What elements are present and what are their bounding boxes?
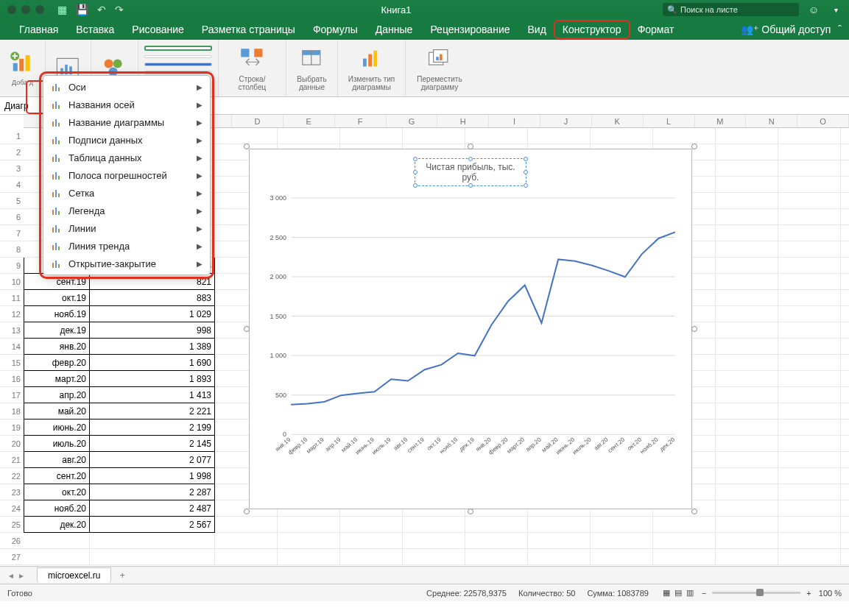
col-header[interactable]: F — [335, 115, 387, 127]
cell[interactable] — [716, 533, 778, 549]
cell[interactable] — [653, 517, 716, 533]
cell[interactable] — [778, 225, 841, 241]
cell[interactable] — [841, 306, 849, 322]
redo-icon[interactable]: ↷ — [115, 4, 124, 15]
cell[interactable]: 1 893 — [90, 371, 215, 387]
row-header[interactable]: 7 — [0, 225, 24, 241]
cell[interactable] — [778, 533, 841, 549]
next-sheet-icon[interactable]: ▸ — [19, 570, 24, 581]
row-header[interactable]: 26 — [0, 533, 24, 549]
row-header[interactable]: 9 — [0, 258, 24, 274]
cell[interactable] — [778, 452, 841, 468]
select-data-button[interactable] — [299, 46, 325, 72]
change-chart-type-button[interactable] — [359, 46, 385, 72]
cell[interactable] — [278, 128, 340, 144]
save-icon[interactable]: ▦ — [57, 4, 67, 15]
cell[interactable] — [716, 128, 778, 144]
col-header[interactable]: I — [489, 115, 540, 127]
cell[interactable] — [841, 160, 849, 177]
cell[interactable] — [841, 533, 849, 549]
cell[interactable] — [716, 484, 778, 500]
menu-item-axes[interactable]: Оси▶ — [43, 78, 210, 96]
cell[interactable]: 1 690 — [90, 355, 215, 371]
cell[interactable] — [465, 533, 528, 549]
cell[interactable] — [778, 517, 841, 533]
undo-icon[interactable]: ↶ — [97, 4, 106, 15]
row-header[interactable]: 20 — [0, 436, 24, 452]
cell[interactable] — [716, 209, 778, 225]
cell[interactable] — [716, 290, 778, 306]
cell[interactable] — [716, 144, 778, 160]
cell[interactable] — [716, 371, 778, 387]
cell[interactable]: сент.19 — [24, 274, 90, 290]
cell[interactable]: 2 145 — [90, 436, 215, 452]
cell[interactable] — [716, 177, 778, 193]
view-break-icon[interactable]: ▥ — [686, 588, 694, 598]
cell[interactable] — [465, 549, 528, 565]
cell[interactable]: авг.20 — [24, 452, 90, 468]
cell[interactable] — [591, 128, 653, 144]
cell[interactable] — [716, 387, 778, 403]
cell[interactable] — [778, 500, 841, 517]
cell[interactable] — [841, 258, 849, 274]
user-account-icon[interactable]: ☺ — [805, 3, 822, 16]
cell[interactable]: 2 487 — [90, 500, 215, 517]
move-chart-button[interactable] — [426, 46, 453, 72]
cell[interactable]: 2 567 — [90, 517, 215, 533]
cell[interactable]: 1 413 — [90, 387, 215, 403]
col-header[interactable]: N — [746, 115, 797, 127]
cell[interactable] — [778, 387, 841, 403]
col-header[interactable]: H — [437, 115, 489, 127]
row-header[interactable]: 19 — [0, 419, 24, 436]
minimize-icon[interactable] — [21, 5, 30, 14]
cell[interactable] — [716, 468, 778, 484]
cell[interactable] — [778, 193, 841, 209]
row-header[interactable]: 12 — [0, 306, 24, 322]
menu-item-chart-title[interactable]: Название диаграммы▶ — [43, 113, 210, 131]
cell[interactable] — [841, 436, 849, 452]
fullscreen-icon[interactable] — [35, 5, 44, 14]
col-header[interactable]: O — [797, 115, 849, 127]
save-as-icon[interactable]: 💾 — [76, 4, 88, 15]
cell[interactable]: нояб.19 — [24, 306, 90, 322]
cell[interactable] — [778, 468, 841, 484]
cell[interactable]: 2 077 — [90, 452, 215, 468]
cell[interactable] — [778, 274, 841, 290]
search-input[interactable]: 🔍 Поиск на листе — [663, 3, 799, 16]
cell[interactable] — [841, 322, 849, 339]
menu-item-axis-titles[interactable]: Названия осей▶ — [43, 96, 210, 113]
cell[interactable] — [215, 517, 278, 533]
row-header[interactable]: 2 — [0, 144, 24, 160]
cell[interactable]: 1 389 — [90, 339, 215, 355]
tab-draw[interactable]: Рисование — [123, 21, 193, 38]
row-header[interactable]: 11 — [0, 290, 24, 306]
add-sheet-button[interactable]: + — [114, 570, 130, 581]
cell[interactable] — [841, 403, 849, 419]
cell[interactable] — [778, 290, 841, 306]
cell[interactable] — [778, 419, 841, 436]
cell[interactable] — [278, 549, 340, 565]
row-header[interactable]: 27 — [0, 549, 24, 565]
cell[interactable] — [841, 144, 849, 160]
cell[interactable] — [841, 274, 849, 290]
cell[interactable] — [403, 128, 465, 144]
cell[interactable] — [841, 241, 849, 258]
tab-data[interactable]: Данные — [367, 21, 422, 38]
cell[interactable] — [340, 533, 403, 549]
cell[interactable] — [90, 533, 215, 549]
row-header[interactable]: 21 — [0, 452, 24, 468]
chart-style-4[interactable] — [144, 71, 212, 74]
collapse-ribbon-icon[interactable]: ˆ — [838, 24, 842, 35]
cell[interactable] — [340, 549, 403, 565]
cell[interactable]: март.20 — [24, 371, 90, 387]
row-header[interactable]: 16 — [0, 371, 24, 387]
tab-review[interactable]: Рецензирование — [421, 21, 518, 38]
cell[interactable]: июнь.20 — [24, 419, 90, 436]
cell[interactable]: 998 — [90, 322, 215, 339]
cell[interactable] — [653, 549, 716, 565]
cell[interactable] — [528, 517, 591, 533]
cell[interactable] — [24, 549, 90, 565]
cell[interactable] — [778, 258, 841, 274]
menu-item-lines[interactable]: Линии▶ — [43, 219, 210, 237]
cell[interactable]: окт.19 — [24, 290, 90, 306]
